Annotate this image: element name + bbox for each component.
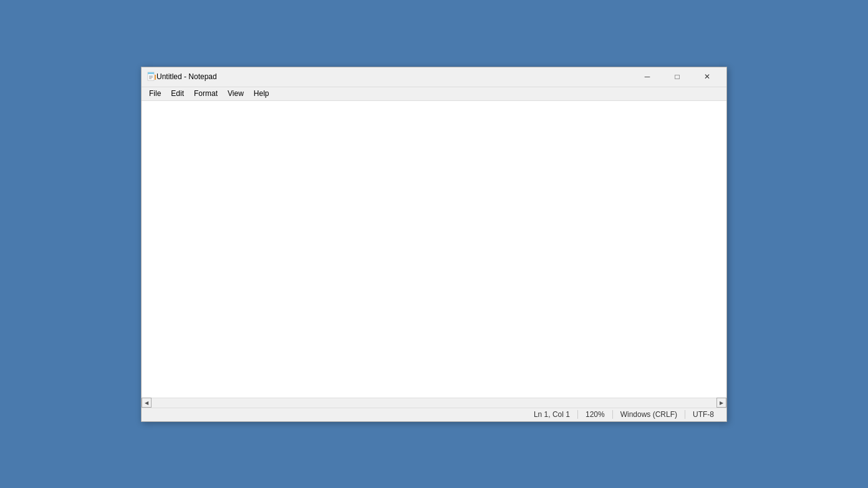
svg-rect-5 xyxy=(155,75,156,80)
menu-view[interactable]: View xyxy=(223,88,249,99)
status-position: Ln 1, Col 1 xyxy=(526,410,577,419)
status-encoding: UTF-8 xyxy=(685,410,721,419)
notepad-icon xyxy=(147,72,157,82)
close-button[interactable]: ✕ xyxy=(693,67,721,87)
menu-edit[interactable]: Edit xyxy=(166,88,189,99)
window-title: Untitled - Notepad xyxy=(157,72,633,81)
menu-file[interactable]: File xyxy=(144,88,166,99)
minimize-button[interactable]: ─ xyxy=(633,67,662,87)
maximize-button[interactable]: □ xyxy=(663,67,692,87)
status-bar-sections: Ln 1, Col 1 120% Windows (CRLF) UTF-8 xyxy=(147,410,721,419)
title-bar-controls: ─ □ ✕ xyxy=(633,67,721,87)
menu-format[interactable]: Format xyxy=(189,88,223,99)
scroll-right-button[interactable]: ▶ xyxy=(716,398,726,408)
scroll-track[interactable] xyxy=(152,398,716,408)
status-zoom: 120% xyxy=(577,410,612,419)
scroll-left-button[interactable]: ◀ xyxy=(142,398,152,408)
notepad-window: Untitled - Notepad ─ □ ✕ File Edit Forma… xyxy=(141,67,727,422)
menu-bar: File Edit Format View Help xyxy=(142,87,726,101)
status-line-ending: Windows (CRLF) xyxy=(612,410,685,419)
text-editor[interactable] xyxy=(142,101,726,398)
svg-rect-1 xyxy=(148,72,154,74)
horizontal-scrollbar: ◀ ▶ xyxy=(142,398,726,408)
status-bar: Ln 1, Col 1 120% Windows (CRLF) UTF-8 xyxy=(142,408,726,421)
menu-help[interactable]: Help xyxy=(249,88,274,99)
title-bar: Untitled - Notepad ─ □ ✕ xyxy=(142,67,726,87)
editor-container xyxy=(142,101,726,398)
